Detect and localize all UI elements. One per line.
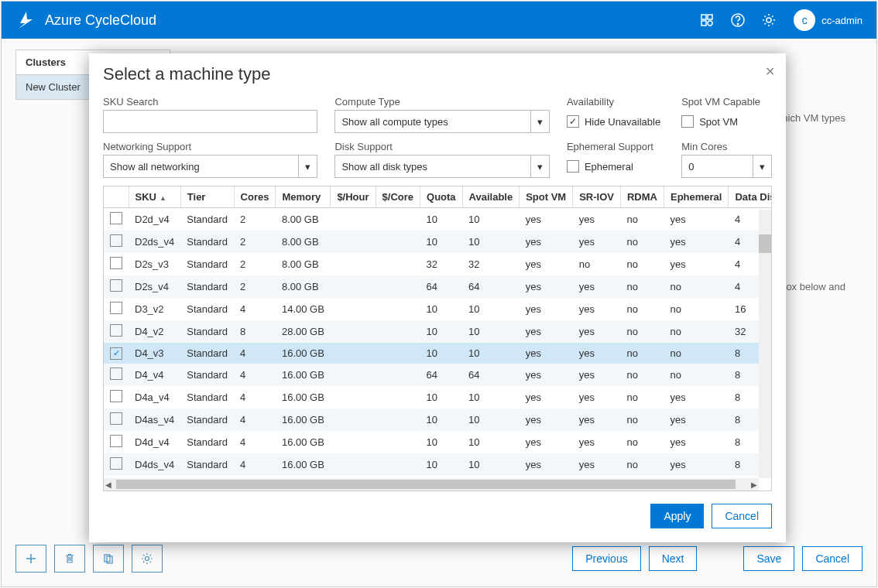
next-button[interactable]: Next xyxy=(649,546,698,571)
table-row[interactable]: D2ds_v4Standard28.00 GB1010yesyesnoyes4 xyxy=(104,231,772,253)
spot-vm-label: Spot VM xyxy=(699,116,738,128)
row-checkbox[interactable] xyxy=(110,324,122,337)
row-checkbox[interactable] xyxy=(110,368,122,380)
hide-unavailable-checkbox[interactable]: Hide Unavailable xyxy=(567,110,672,133)
networking-value: Show all networking xyxy=(110,161,200,173)
avatar: c xyxy=(794,9,815,31)
add-button[interactable] xyxy=(15,545,46,573)
table-row[interactable]: D4_v3Standard416.00 GB1010yesyesnono8 xyxy=(104,343,772,364)
column-header[interactable]: Spot VM xyxy=(520,186,573,208)
svg-point-9 xyxy=(146,557,149,561)
table-row[interactable]: D3_v2Standard414.00 GB1010yesyesnono16 xyxy=(104,298,772,320)
row-checkbox[interactable] xyxy=(110,234,122,247)
row-checkbox[interactable] xyxy=(110,257,122,269)
compute-type-label: Compute Type xyxy=(334,96,549,108)
table-row[interactable]: D4_v4Standard416.00 GB6464yesyesnono8 xyxy=(104,364,772,386)
horizontal-scrollbar[interactable]: ◀▶ xyxy=(104,478,759,491)
column-header[interactable]: Memory xyxy=(276,186,331,208)
svg-point-6 xyxy=(767,18,771,22)
row-checkbox[interactable] xyxy=(110,279,122,292)
table-row[interactable]: D2s_v4Standard28.00 GB6464yesyesnono4 xyxy=(104,275,772,298)
column-header[interactable]: $/Core xyxy=(376,186,420,208)
app-logo: Azure CycleCloud xyxy=(15,10,156,30)
svg-rect-2 xyxy=(701,21,706,26)
table-row[interactable]: D4as_v4Standard416.00 GB1010yesyesnoyes8 xyxy=(104,409,772,431)
checkbox-icon xyxy=(681,115,694,128)
min-cores-select[interactable]: 0 ▾ xyxy=(681,155,772,178)
min-cores-value: 0 xyxy=(688,161,694,173)
availability-label: Availability xyxy=(567,96,672,108)
column-header[interactable]: Cores xyxy=(234,186,276,208)
row-checkbox[interactable] xyxy=(110,412,122,425)
chevron-down-icon: ▾ xyxy=(753,156,771,177)
table-row[interactable]: D4a_v4Standard416.00 GB1010yesyesnoyes8 xyxy=(104,386,772,409)
sku-search-input[interactable] xyxy=(103,110,317,133)
column-header[interactable]: SR-IOV xyxy=(573,186,621,208)
table-row[interactable]: D4d_v4Standard416.00 GB1010yesyesnoyes8 xyxy=(104,431,772,453)
user-name: cc-admin xyxy=(821,15,863,26)
column-header[interactable]: $/Hour xyxy=(331,186,376,208)
ephemeral-check-label: Ephemeral xyxy=(585,161,633,173)
disk-support-select[interactable]: Show all disk types ▾ xyxy=(334,155,549,178)
dialog-title: Select a machine type xyxy=(103,64,772,84)
column-header[interactable]: Available xyxy=(462,186,520,208)
vertical-scrollbar[interactable] xyxy=(759,210,771,478)
column-header[interactable] xyxy=(104,186,129,208)
apply-button[interactable]: Apply xyxy=(650,504,704,528)
networking-select[interactable]: Show all networking ▾ xyxy=(103,155,317,178)
column-header[interactable]: RDMA xyxy=(620,186,664,208)
machine-type-dialog: Select a machine type ✕ SKU Search Compu… xyxy=(89,53,786,542)
disk-support-label: Disk Support xyxy=(334,141,549,152)
azure-icon xyxy=(15,10,36,30)
compute-type-value: Show all compute types xyxy=(341,116,448,128)
row-checkbox[interactable] xyxy=(110,302,122,314)
checkbox-icon xyxy=(567,160,579,173)
settings-button[interactable] xyxy=(132,545,163,573)
row-checkbox[interactable] xyxy=(110,457,122,470)
checkbox-icon xyxy=(567,115,579,128)
sku-table: SKUTierCoresMemory$/Hour$/CoreQuotaAvail… xyxy=(103,186,772,491)
hide-unavailable-label: Hide Unavailable xyxy=(585,116,660,128)
table-row[interactable]: D4_v2Standard828.00 GB1010yesyesnono32 xyxy=(104,320,772,343)
min-cores-label: Min Cores xyxy=(681,141,772,152)
disk-support-value: Show all disk types xyxy=(341,161,427,173)
svg-point-5 xyxy=(737,23,739,25)
ephemeral-label: Ephemeral Support xyxy=(567,141,672,152)
save-button[interactable]: Save xyxy=(743,546,794,571)
column-header[interactable]: SKU xyxy=(129,186,180,208)
help-icon[interactable] xyxy=(722,2,753,39)
chevron-down-icon: ▾ xyxy=(530,156,549,177)
svg-point-3 xyxy=(708,21,712,26)
close-icon[interactable]: ✕ xyxy=(765,64,775,79)
gear-icon[interactable] xyxy=(753,2,784,39)
table-row[interactable]: D4ds_v4Standard416.00 GB1010yesyesnoyes8 xyxy=(104,453,772,476)
copy-button[interactable] xyxy=(93,545,124,573)
svg-rect-1 xyxy=(708,15,712,19)
compute-type-select[interactable]: Show all compute types ▾ xyxy=(334,110,549,133)
chevron-down-icon: ▾ xyxy=(530,111,549,132)
table-row[interactable]: D2s_v3Standard28.00 GB3232yesnonoyes4 xyxy=(104,253,772,275)
modal-cancel-button[interactable]: Cancel xyxy=(712,504,772,528)
sku-search-label: SKU Search xyxy=(103,96,317,108)
ephemeral-checkbox[interactable]: Ephemeral xyxy=(567,155,672,178)
previous-button[interactable]: Previous xyxy=(572,546,640,571)
row-checkbox[interactable] xyxy=(110,390,122,402)
delete-button[interactable] xyxy=(54,545,85,573)
row-checkbox[interactable] xyxy=(110,435,122,447)
column-header[interactable]: Ephemeral xyxy=(664,186,728,208)
row-checkbox[interactable] xyxy=(110,212,122,224)
cancel-button[interactable]: Cancel xyxy=(802,546,863,571)
column-header[interactable]: Data Disks xyxy=(729,186,772,208)
table-row[interactable]: D2d_v4Standard28.00 GB1010yesyesnoyes4 xyxy=(104,208,772,231)
user-menu[interactable]: c cc-admin xyxy=(794,9,863,31)
bg-text: hich VM types xyxy=(782,112,845,124)
column-header[interactable]: Quota xyxy=(420,186,463,208)
svg-rect-0 xyxy=(701,15,706,19)
row-checkbox[interactable] xyxy=(110,347,122,360)
column-header[interactable]: Tier xyxy=(180,186,234,208)
chevron-down-icon: ▾ xyxy=(298,156,317,177)
spot-vm-checkbox[interactable]: Spot VM xyxy=(681,110,772,133)
spot-capable-label: Spot VM Capable xyxy=(681,96,772,108)
notifications-icon[interactable] xyxy=(691,2,722,39)
footer-controls: Previous Next Save Cancel xyxy=(15,545,863,573)
